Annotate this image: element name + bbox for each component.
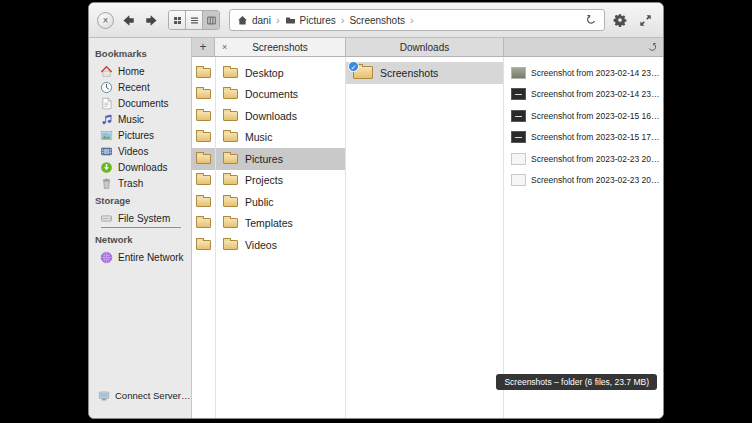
toolbar: × dani	[89, 3, 663, 38]
place-row-music[interactable]: Music	[216, 127, 345, 149]
strip-row[interactable]	[192, 127, 215, 149]
tab-label: Downloads	[400, 42, 449, 53]
place-row-templates[interactable]: Templates	[216, 213, 345, 235]
settings-button[interactable]	[610, 10, 630, 30]
file-name: Screenshot from 2023-02-15 16…	[531, 111, 660, 121]
sidebar-item-downloads[interactable]: Downloads	[89, 159, 191, 175]
back-button[interactable]	[119, 11, 137, 29]
new-tab-button[interactable]: +	[192, 38, 215, 56]
status-tooltip: Screenshots – folder (6 files, 23.7 MB)	[496, 374, 657, 390]
strip-row[interactable]	[192, 234, 215, 256]
tab-history-button[interactable]	[641, 38, 663, 56]
strip-row[interactable]	[192, 213, 215, 235]
path-bar[interactable]: dani › Pictures › Screenshots ›	[229, 9, 605, 31]
window-close-button[interactable]: ×	[97, 12, 114, 29]
strip-row[interactable]	[192, 105, 215, 127]
sidebar-item-filesystem[interactable]: File System	[89, 210, 191, 226]
sidebar-item-label: Entire Network	[118, 252, 184, 263]
place-label: Videos	[245, 239, 277, 251]
place-label: Desktop	[245, 67, 284, 79]
place-row-desktop[interactable]: Desktop	[216, 62, 345, 84]
server-icon	[97, 389, 110, 402]
place-row-public[interactable]: Public	[216, 191, 345, 213]
refresh-button[interactable]	[585, 14, 597, 26]
column-home: Desktop Documents Downloads Music Pictur…	[216, 57, 346, 418]
breadcrumb-home[interactable]: dani	[237, 15, 271, 26]
miller-columns: Desktop Documents Downloads Music Pictur…	[192, 57, 663, 418]
file-row[interactable]: Screenshot from 2023-02-23 20…	[504, 170, 663, 192]
history-icon	[647, 42, 658, 53]
strip-row-selected[interactable]	[192, 148, 215, 170]
folder-icon	[223, 175, 238, 185]
folder-icon	[196, 68, 211, 78]
sidebar-item-music[interactable]: Music	[89, 111, 191, 127]
place-row-pictures[interactable]: Pictures	[216, 148, 345, 170]
close-icon: ×	[103, 15, 109, 26]
strip-row[interactable]	[192, 191, 215, 213]
file-manager-window: × dani	[88, 2, 664, 419]
file-row[interactable]: Screenshot from 2023-02-15 17…	[504, 127, 663, 149]
file-row[interactable]: Screenshot from 2023-02-14 23…	[504, 62, 663, 84]
strip-row[interactable]	[192, 84, 215, 106]
document-icon	[100, 97, 113, 110]
file-row[interactable]: Screenshot from 2023-02-23 20…	[504, 148, 663, 170]
list-view-button[interactable]	[186, 11, 203, 29]
gear-icon	[613, 13, 627, 27]
strip-row[interactable]	[192, 170, 215, 192]
place-row-documents[interactable]: Documents	[216, 84, 345, 106]
place-row-videos[interactable]: Videos	[216, 234, 345, 256]
grid-view-button[interactable]	[169, 11, 186, 29]
forward-button[interactable]	[142, 11, 160, 29]
tab-downloads[interactable]: Downloads	[346, 38, 504, 56]
column-view-button[interactable]	[203, 11, 219, 29]
breadcrumb-screenshots[interactable]: Screenshots	[349, 15, 405, 26]
view-switcher	[168, 10, 220, 30]
sidebar-item-videos[interactable]: Videos	[89, 143, 191, 159]
place-label: Pictures	[245, 153, 283, 165]
fullscreen-button[interactable]	[635, 10, 655, 30]
folder-icon	[196, 132, 211, 142]
place-label: Templates	[245, 217, 293, 229]
folder-icon	[196, 89, 211, 99]
list-icon	[189, 15, 200, 26]
folder-icon	[223, 154, 238, 164]
breadcrumb-label: Screenshots	[349, 15, 405, 26]
chevron-right-icon: ›	[407, 14, 417, 26]
connect-server-label: Connect Server…	[115, 390, 191, 401]
tab-close-icon[interactable]: ×	[222, 42, 227, 52]
file-name: Screenshot from 2023-02-23 20…	[531, 154, 660, 164]
sidebar-item-entire-network[interactable]: Entire Network	[89, 249, 191, 265]
place-label: Documents	[245, 88, 298, 100]
file-row[interactable]: Screenshot from 2023-02-14 23…	[504, 84, 663, 106]
file-thumbnail	[511, 88, 526, 100]
window-body: Bookmarks Home Recent Documents Music	[89, 38, 663, 418]
main-area: + × Screenshots Downloads	[192, 38, 663, 418]
globe-icon	[100, 251, 113, 264]
sidebar-item-trash[interactable]: Trash	[89, 175, 191, 191]
file-name: Screenshot from 2023-02-14 23…	[531, 68, 660, 78]
music-note-icon	[100, 113, 113, 126]
columns-icon	[206, 15, 217, 26]
sidebar-item-documents[interactable]: Documents	[89, 95, 191, 111]
folder-icon	[223, 89, 238, 99]
place-row-downloads[interactable]: Downloads	[216, 105, 345, 127]
place-label: Music	[245, 131, 272, 143]
breadcrumb-pictures[interactable]: Pictures	[285, 15, 336, 26]
sidebar-item-pictures[interactable]: Pictures	[89, 127, 191, 143]
tab-screenshots[interactable]: × Screenshots	[215, 38, 346, 56]
file-row[interactable]: Screenshot from 2023-02-15 16…	[504, 105, 663, 127]
file-name: Screenshot from 2023-02-23 20…	[531, 175, 660, 185]
strip-row[interactable]	[192, 62, 215, 84]
trash-icon	[100, 177, 113, 190]
place-row-projects[interactable]: Projects	[216, 170, 345, 192]
file-thumbnail	[511, 131, 526, 143]
refresh-icon	[585, 14, 597, 26]
sidebar-item-label: Pictures	[118, 130, 154, 141]
folder-icon	[223, 68, 238, 78]
sidebar-item-recent[interactable]: Recent	[89, 79, 191, 95]
connect-server-button[interactable]: Connect Server…	[89, 387, 191, 404]
film-icon	[100, 145, 113, 158]
folder-row-screenshots[interactable]: ✓ Screenshots	[346, 62, 503, 84]
sidebar-section-network: Network	[89, 230, 191, 249]
sidebar-item-home[interactable]: Home	[89, 63, 191, 79]
